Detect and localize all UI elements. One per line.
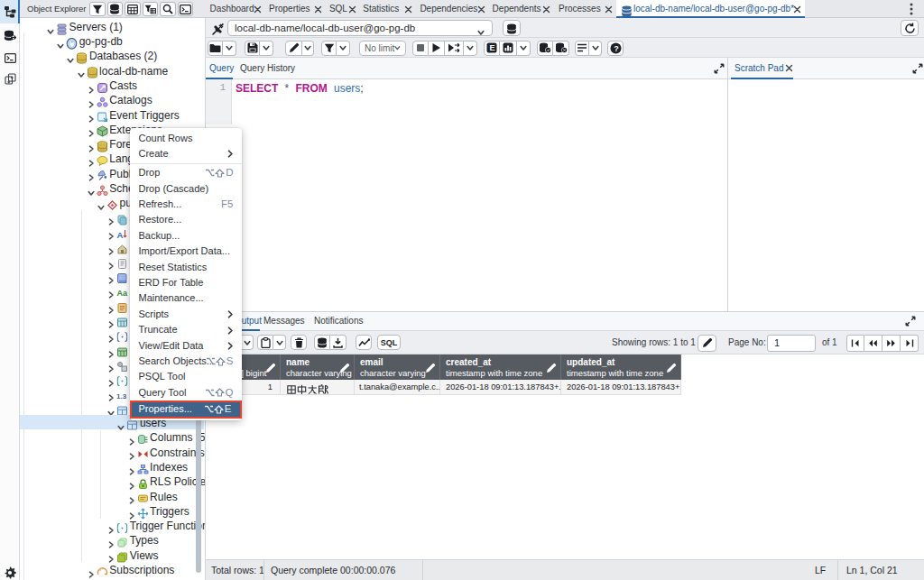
svg-text:E: E — [489, 43, 494, 52]
svg-text:?: ? — [614, 43, 619, 52]
svg-text:Aa: Aa — [117, 289, 128, 298]
